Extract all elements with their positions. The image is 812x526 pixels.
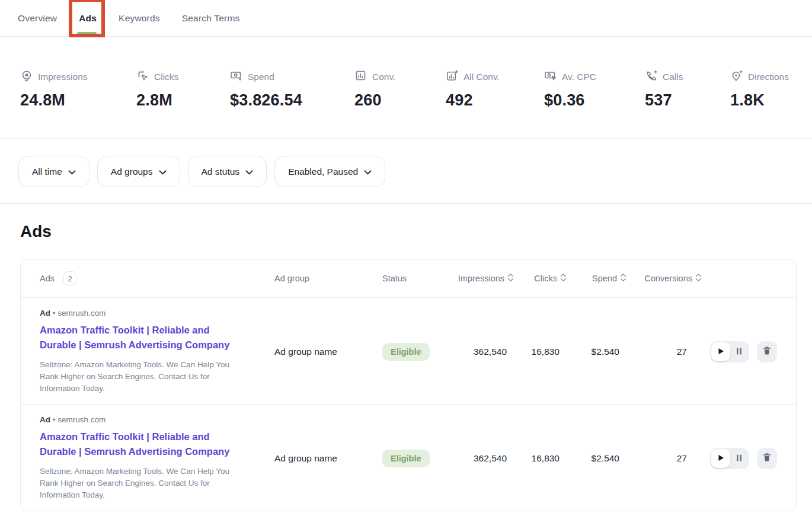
metric-label: Clicks <box>154 72 178 82</box>
metric-label: All Conv. <box>463 72 500 82</box>
column-header-status: Status <box>382 274 453 283</box>
ad-domain: semrush.com <box>57 309 106 317</box>
tab-ads[interactable]: Ads <box>79 13 97 23</box>
ad-group-cell: Ad group name <box>274 453 382 464</box>
status-cell: Eligible <box>382 450 453 467</box>
ad-badge: Ad <box>40 309 50 317</box>
metric-value: $0.36 <box>544 91 645 110</box>
metric-avg-cpc: Av. CPC $0.36 <box>544 70 645 110</box>
metric-value: 2.8M <box>136 91 230 110</box>
ad-description: Sellzone: Amazon Marketing Tools. We Can… <box>40 466 231 501</box>
ad-title-link[interactable]: Amazon Traffic Toolkit | Reliable and Du… <box>40 429 236 459</box>
filter-label: Enabled, Paused <box>288 166 358 177</box>
chevron-down-icon <box>159 166 167 177</box>
tab-search-terms[interactable]: Search Terms <box>182 13 240 24</box>
metric-conversions: Conv. 260 <box>354 70 446 110</box>
play-icon <box>718 347 724 357</box>
header-label: Ads <box>40 274 55 283</box>
sort-icon <box>620 273 626 284</box>
metric-value: $3.826.54 <box>230 91 354 110</box>
delete-button[interactable] <box>757 341 777 363</box>
metric-directions: Directions 1.8K <box>730 70 812 110</box>
ad-separator: • <box>53 415 56 424</box>
eye-icon <box>20 69 33 85</box>
money-cursor-icon <box>544 69 557 85</box>
pause-icon <box>736 347 742 357</box>
filter-label: Ad groups <box>111 166 153 177</box>
filter-ad-status[interactable]: Ad stutus <box>188 156 267 187</box>
row-actions <box>702 341 777 363</box>
header-label: Impressions <box>458 274 504 283</box>
phone-plus-icon <box>645 69 658 85</box>
status-badge: Eligible <box>382 343 430 361</box>
active-tab-underline <box>77 32 97 35</box>
spend-cell: $2.540 <box>567 347 626 357</box>
status-cell: Eligible <box>382 343 453 361</box>
metric-label: Conv. <box>372 72 395 82</box>
conversions-cell: 27 <box>626 453 702 464</box>
table-row: Ad • semrush.com Amazon Traffic Toolkit … <box>21 297 796 404</box>
column-header-ads: Ads 2 <box>40 271 274 286</box>
money-plus-icon <box>230 69 243 85</box>
tab-overview[interactable]: Overview <box>18 13 57 24</box>
page-title: Ads <box>20 222 792 241</box>
delete-button[interactable] <box>757 448 777 469</box>
trash-icon <box>762 453 772 464</box>
spend-cell: $2.540 <box>567 453 626 464</box>
table-row: Ad • semrush.com Amazon Traffic Toolkit … <box>21 404 796 511</box>
metric-calls: Calls 537 <box>645 70 730 110</box>
pause-icon <box>736 453 742 464</box>
filter-ad-groups[interactable]: Ad groups <box>97 156 180 187</box>
metrics-summary-row: Impressions 24.8M Clicks 2.8M <box>0 37 812 110</box>
ad-meta: Ad • semrush.com <box>40 415 274 424</box>
ad-badge: Ad <box>40 415 50 424</box>
play-icon <box>718 453 724 464</box>
metric-spend: Spend $3.826.54 <box>230 70 354 110</box>
pause-button[interactable] <box>730 449 748 468</box>
metric-clicks: Clicks 2.8M <box>136 70 230 110</box>
ad-meta: Ad • semrush.com <box>40 309 274 317</box>
bar-chart-icon <box>354 69 367 85</box>
ad-domain: semrush.com <box>57 415 106 424</box>
pause-button[interactable] <box>730 342 748 361</box>
chevron-down-icon <box>245 166 253 177</box>
sort-icon <box>560 273 567 284</box>
ads-count-badge: 2 <box>63 271 76 286</box>
table-header-row: Ads 2 Ad group Status Impressions Clicks… <box>21 259 796 297</box>
metric-label: Spend <box>248 72 274 82</box>
play-button[interactable] <box>711 449 730 468</box>
click-icon <box>136 69 149 85</box>
filter-label: Ad stutus <box>202 166 240 177</box>
ad-cell: Ad • semrush.com Amazon Traffic Toolkit … <box>40 415 274 501</box>
header-label: Conversions <box>644 274 692 283</box>
metric-impressions: Impressions 24.8M <box>20 70 136 110</box>
filter-enabled-paused[interactable]: Enabled, Paused <box>274 156 385 187</box>
column-header-ad-group: Ad group <box>274 274 382 283</box>
status-badge: Eligible <box>382 450 430 467</box>
sort-icon <box>507 273 514 284</box>
column-header-conversions[interactable]: Conversions <box>626 273 702 284</box>
column-header-spend[interactable]: Spend <box>567 273 626 284</box>
metric-value: 260 <box>354 91 446 110</box>
tab-keywords[interactable]: Keywords <box>119 13 160 24</box>
metric-value: 24.8M <box>20 91 136 110</box>
metric-value: 537 <box>645 91 730 110</box>
column-header-impressions[interactable]: Impressions <box>453 273 514 284</box>
filter-label: All time <box>32 166 62 177</box>
filter-time-range[interactable]: All time <box>18 156 89 187</box>
ad-description: Sellzone: Amazon Marketing Tools. We Can… <box>40 359 231 394</box>
filters-row: All time Ad groups Ad stutus Enabled, Pa… <box>0 139 812 204</box>
metric-value: 1.8K <box>730 91 812 110</box>
clicks-cell: 16,830 <box>514 347 567 357</box>
pin-plus-icon <box>730 69 743 85</box>
metric-all-conversions: All Conv. 492 <box>446 70 544 110</box>
column-header-clicks[interactable]: Clicks <box>514 273 567 284</box>
ad-title-link[interactable]: Amazon Traffic Toolkit | Reliable and Du… <box>40 323 236 352</box>
bar-chart-plus-icon <box>446 69 459 85</box>
trash-icon <box>762 346 772 358</box>
ad-separator: • <box>53 309 56 317</box>
tab-ads-wrap: Ads <box>79 13 97 24</box>
header-label: Clicks <box>534 274 557 283</box>
row-actions <box>702 448 777 469</box>
play-button[interactable] <box>711 342 730 361</box>
